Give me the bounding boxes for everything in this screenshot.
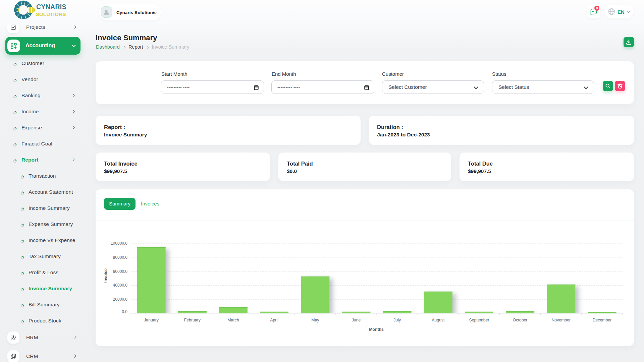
svg-text:SOLUTIONS: SOLUTIONS (36, 11, 66, 17)
svg-text:February: February (184, 318, 201, 322)
svg-text:Months: Months (369, 327, 384, 332)
svg-text:December: December (593, 318, 612, 322)
svg-text:September: September (469, 318, 489, 322)
svg-text:100000.0: 100000.0 (111, 241, 127, 246)
svg-text:May: May (311, 318, 319, 322)
svg-text:October: October (513, 318, 528, 322)
svg-text:60000.0: 60000.0 (113, 269, 128, 274)
svg-text:March: March (227, 318, 239, 322)
svg-text:November: November (551, 318, 571, 322)
svg-text:20000.0: 20000.0 (113, 297, 128, 302)
svg-text:June: June (352, 318, 361, 322)
svg-text:Invoice: Invoice (103, 268, 108, 283)
svg-text:0.0: 0.0 (122, 309, 127, 314)
svg-text:80000.0: 80000.0 (113, 255, 128, 260)
svg-text:CYNARIS: CYNARIS (36, 3, 66, 10)
svg-text:August: August (432, 318, 445, 322)
svg-text:July: July (393, 318, 401, 322)
svg-text:April: April (270, 318, 278, 322)
svg-text:40000.0: 40000.0 (113, 283, 128, 288)
svg-text:January: January (144, 318, 159, 322)
